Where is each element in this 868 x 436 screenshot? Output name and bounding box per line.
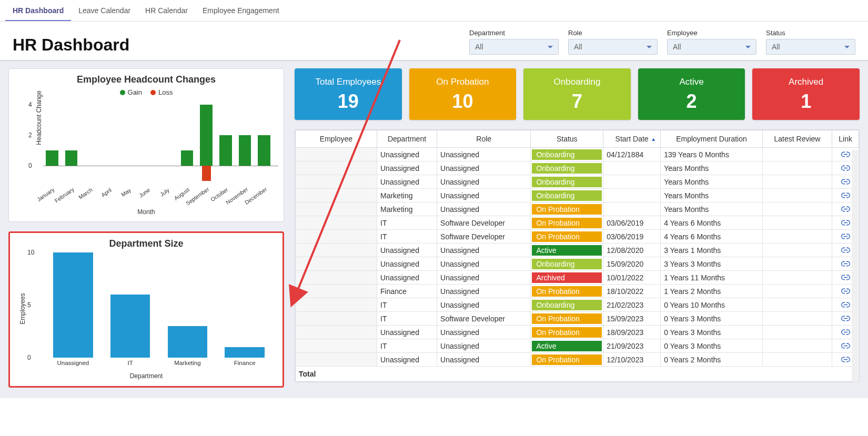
- cell: Unassigned: [437, 339, 531, 353]
- cell: 03/06/2019: [603, 230, 661, 244]
- card-onboarding[interactable]: Onboarding7: [523, 68, 631, 120]
- link-icon: [841, 328, 850, 337]
- table-row[interactable]: UnassignedUnassignedOnboardingYears Mont…: [296, 161, 859, 175]
- col-link[interactable]: Link: [832, 130, 859, 148]
- table-row[interactable]: UnassignedUnassignedOnboarding15/09/2020…: [296, 257, 859, 271]
- table-row[interactable]: UnassignedUnassignedOn Probation12/10/20…: [296, 353, 859, 367]
- chart-headcount-changes: Employee Headcount Changes Gain Loss Hea…: [8, 68, 284, 222]
- cell: 3 Years 1 Months: [661, 244, 763, 257]
- cell-employee: [296, 271, 377, 285]
- table-row[interactable]: UnassignedUnassignedOnboardingYears Mont…: [296, 175, 859, 189]
- table-row[interactable]: ITUnassignedActive21/09/20230 Years 3 Mo…: [296, 339, 859, 353]
- table-row[interactable]: ITSoftware DeveloperOn Probation03/06/20…: [296, 216, 859, 230]
- table-row[interactable]: FinanceUnassignedOn Probation18/10/20221…: [296, 285, 859, 298]
- cell: 18/10/2022: [603, 285, 661, 298]
- table-row[interactable]: MarketingUnassignedOnboardingYears Month…: [296, 189, 859, 202]
- col-latest-review[interactable]: Latest Review: [762, 130, 832, 148]
- legend-loss: Loss: [150, 88, 173, 96]
- cell: Unassigned: [437, 298, 531, 312]
- table-row[interactable]: UnassignedUnassignedArchived10/01/20221 …: [296, 271, 859, 285]
- x-tick: April: [100, 187, 113, 198]
- table-row[interactable]: MarketingUnassignedOn ProbationYears Mon…: [296, 202, 859, 216]
- status-badge: On Probation: [532, 231, 602, 242]
- card-total-employees[interactable]: Total Employees19: [295, 68, 402, 120]
- cell: 12/08/2020: [603, 244, 661, 257]
- cell: Unassigned: [437, 285, 531, 298]
- table-row[interactable]: ITSoftware DeveloperOn Probation15/09/20…: [296, 312, 859, 326]
- cell: Unassigned: [377, 244, 437, 257]
- link-icon: [841, 342, 850, 350]
- col-department[interactable]: Department: [377, 130, 437, 148]
- y-tick: 0: [27, 354, 31, 361]
- cell: 4 Years 6 Months: [661, 216, 763, 230]
- bar-slot: January: [43, 98, 61, 185]
- cell: IT: [377, 230, 437, 244]
- table-row[interactable]: UnassignedUnassignedOnboarding04/12/1884…: [296, 148, 859, 161]
- x-tick: Finance: [234, 360, 256, 366]
- link-icon: [841, 315, 850, 323]
- cell: Unassigned: [377, 175, 437, 189]
- cell-status: Onboarding: [531, 189, 603, 202]
- cell: [762, 244, 832, 257]
- main: Employee Headcount Changes Gain Loss Hea…: [0, 61, 868, 398]
- col-employment-duration[interactable]: Employment Duration: [661, 130, 763, 148]
- cell: 3 Years 3 Months: [661, 257, 763, 271]
- filter-role: RoleAll: [568, 29, 658, 55]
- link-icon: [841, 356, 850, 364]
- filter-label: Status: [766, 29, 855, 37]
- filter-select-role[interactable]: All: [568, 39, 658, 55]
- cell-status: On Probation: [531, 230, 603, 244]
- bar-slot: March: [82, 98, 99, 185]
- cell-status: On Probation: [531, 326, 603, 339]
- tab-hr-calendar[interactable]: HR Calendar: [138, 0, 195, 21]
- cell: [603, 175, 661, 189]
- gain-bar: [181, 150, 194, 166]
- table-row[interactable]: UnassignedUnassignedOn Probation18/09/20…: [296, 326, 859, 339]
- cell: Marketing: [377, 189, 437, 202]
- cell-employee: [296, 189, 377, 202]
- cell: [762, 312, 832, 326]
- x-tick: IT: [128, 360, 133, 366]
- cell: Unassigned: [377, 271, 437, 285]
- cell: Unassigned: [437, 326, 531, 339]
- cell-employee: [296, 285, 377, 298]
- cell: [762, 161, 832, 175]
- scrollbar[interactable]: [852, 150, 859, 382]
- cell: 15/09/2020: [603, 257, 661, 271]
- cell: 21/09/2023: [603, 339, 661, 353]
- col-start-date[interactable]: Start Date▲: [603, 130, 661, 148]
- card-active[interactable]: Active2: [638, 68, 745, 120]
- tab-employee-engagement[interactable]: Employee Engagement: [195, 0, 287, 21]
- gain-bar: [65, 150, 78, 166]
- chart-department-size: Department Size Employees Department Una…: [8, 231, 284, 388]
- x-tick: March: [77, 187, 94, 201]
- filter-select-status[interactable]: All: [766, 39, 855, 55]
- y-axis-label: Headcount Change: [35, 90, 43, 145]
- table-row[interactable]: UnassignedUnassignedActive12/08/20203 Ye…: [296, 244, 859, 257]
- card-archived[interactable]: Archived1: [752, 68, 860, 120]
- cell-status: Onboarding: [531, 298, 603, 312]
- filter-select-employee[interactable]: All: [667, 39, 756, 55]
- table-row[interactable]: ITSoftware DeveloperOn Probation03/06/20…: [296, 230, 859, 244]
- link-icon: [841, 178, 850, 186]
- cell: Unassigned: [377, 161, 437, 175]
- cell: Unassigned: [437, 353, 531, 367]
- cell-employee: [296, 148, 377, 161]
- link-icon: [841, 273, 850, 282]
- col-employee[interactable]: Employee: [296, 130, 377, 148]
- card-on-probation[interactable]: On Probation10: [409, 68, 517, 120]
- cell: [603, 161, 661, 175]
- col-status[interactable]: Status: [531, 130, 603, 148]
- bar-slot: Unassigned: [51, 252, 95, 358]
- col-role[interactable]: Role: [437, 130, 531, 148]
- cell: Unassigned: [377, 257, 437, 271]
- filter-select-department[interactable]: All: [469, 39, 559, 55]
- table-row[interactable]: ITUnassignedOnboarding21/02/20230 Years …: [296, 298, 859, 312]
- y-tick: 4: [28, 101, 32, 108]
- chevron-down-icon: [647, 46, 652, 48]
- cell: Unassigned: [437, 202, 531, 216]
- tab-hr-dashboard[interactable]: HR Dashboard: [5, 0, 71, 21]
- tab-leave-calendar[interactable]: Leave Calendar: [71, 0, 138, 21]
- bar-slot: October: [217, 98, 235, 185]
- y-tick: 5: [27, 301, 31, 309]
